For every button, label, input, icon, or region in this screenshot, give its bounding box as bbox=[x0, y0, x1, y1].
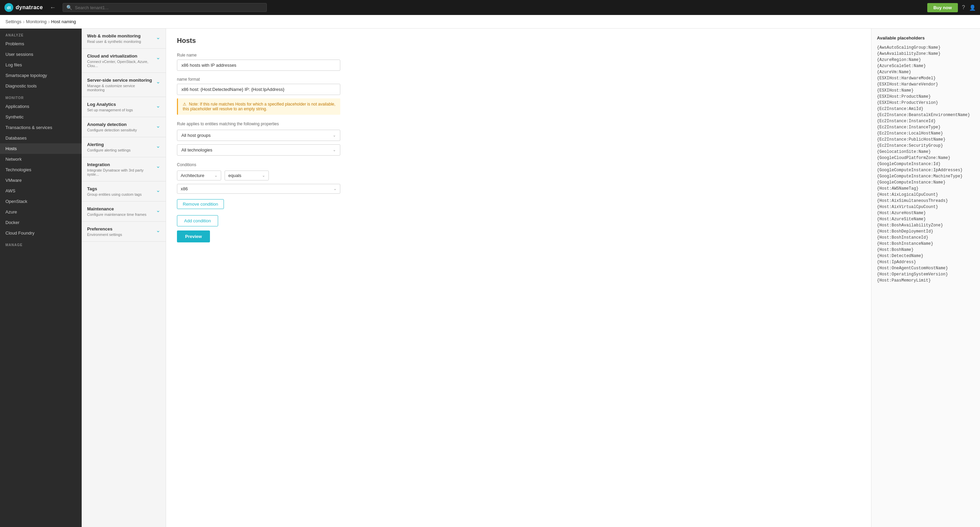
back-button[interactable]: ← bbox=[47, 3, 59, 13]
condition-row: Architecture ⌄ equals ⌄ bbox=[177, 170, 860, 180]
settings-server-side[interactable]: Server-side service monitoring Manage & … bbox=[82, 73, 166, 97]
placeholder-item: {GoogleCloudPlatformZone:Name} bbox=[877, 155, 975, 161]
sidebar-item-synthetic[interactable]: Synthetic bbox=[0, 111, 82, 122]
sidebar-item-technologies[interactable]: Technologies bbox=[0, 164, 82, 175]
search-input[interactable] bbox=[75, 5, 263, 10]
sidebar-item-problems[interactable]: Problems bbox=[0, 38, 82, 49]
settings-integration-title: Integration bbox=[87, 162, 153, 167]
add-condition-button[interactable]: Add condition bbox=[177, 215, 218, 226]
applies-label: Rule applies to entities matching the fo… bbox=[177, 121, 860, 126]
sidebar-item-azure[interactable]: Azure bbox=[0, 207, 82, 217]
condition-operator-value: equals bbox=[228, 173, 241, 178]
chevron-down-icon-3: ⌄ bbox=[156, 78, 160, 85]
settings-cloud-title: Cloud and virtualization bbox=[87, 53, 153, 59]
placeholder-item: {Host:BoshInstanceName} bbox=[877, 241, 975, 247]
condition-value-dropdown[interactable]: x86 ⌄ bbox=[177, 184, 340, 194]
condition-type-dropdown[interactable]: Architecture ⌄ bbox=[177, 170, 221, 180]
placeholder-item: {GoogleComputeInstance:Id} bbox=[877, 161, 975, 167]
settings-integration[interactable]: Integration Integrate Dynatrace with 3rd… bbox=[82, 157, 166, 182]
settings-preferences[interactable]: Preferences Environment settings ⌄ bbox=[82, 221, 166, 242]
placeholder-item: {Ec2Instance:InstanceId} bbox=[877, 118, 975, 124]
right-panel-placeholders: Available placeholders {AwsAutoScalingGr… bbox=[871, 29, 980, 527]
sidebar-item-aws[interactable]: AWS bbox=[0, 186, 82, 196]
placeholder-item: {Ec2Instance:LocalHostName} bbox=[877, 131, 975, 137]
settings-preferences-title: Preferences bbox=[87, 226, 153, 231]
settings-alerting[interactable]: Alerting Configure alerting settings ⌄ bbox=[82, 137, 166, 157]
sidebar-item-network[interactable]: Network bbox=[0, 154, 82, 164]
settings-web-mobile[interactable]: Web & mobile monitoring Real user & synt… bbox=[82, 29, 166, 49]
placeholder-item: {Host:BoshDeploymentId} bbox=[877, 228, 975, 234]
sidebar-item-docker[interactable]: Docker bbox=[0, 217, 82, 228]
settings-cloud-desc: Connect vCenter, OpenStack, Azure, Clou.… bbox=[87, 60, 153, 68]
sidebar-item-user-sessions[interactable]: User sessions bbox=[0, 49, 82, 60]
host-groups-value: All host groups bbox=[181, 133, 211, 138]
preview-button[interactable]: Preview bbox=[177, 231, 210, 242]
placeholder-item: {GoogleComputeInstance:IpAddresses} bbox=[877, 167, 975, 173]
breadcrumb-settings[interactable]: Settings bbox=[5, 19, 21, 24]
top-navigation: dt dynatrace ← 🔍 Buy now ? 👤 bbox=[0, 0, 980, 15]
placeholder-item: {Host:OneAgentCustomHostName} bbox=[877, 265, 975, 271]
sidebar-item-databases[interactable]: Databases bbox=[0, 133, 82, 143]
search-icon: 🔍 bbox=[66, 5, 72, 10]
settings-tags[interactable]: Tags Group entities using custom tags ⌄ bbox=[82, 182, 166, 202]
name-format-input[interactable] bbox=[177, 84, 340, 95]
sidebar-item-transactions-services[interactable]: Transactions & services bbox=[0, 122, 82, 133]
sidebar-item-cloud-foundry[interactable]: Cloud Foundry bbox=[0, 228, 82, 238]
svg-text:dt: dt bbox=[7, 5, 11, 10]
chevron-down-icon-10: ⌄ bbox=[156, 227, 160, 234]
breadcrumb: Settings › Monitoring › Host naming bbox=[0, 15, 980, 29]
monitor-section-label: Monitor bbox=[0, 91, 82, 101]
settings-cloud-virtualization[interactable]: Cloud and virtualization Connect vCenter… bbox=[82, 49, 166, 73]
dynatrace-logo-icon: dt bbox=[4, 3, 14, 12]
placeholder-item: {AzureScaleSet:Name} bbox=[877, 63, 975, 69]
placeholder-item: {Host:BoshInstanceId} bbox=[877, 234, 975, 241]
search-bar[interactable]: 🔍 bbox=[63, 3, 267, 12]
breadcrumb-monitoring[interactable]: Monitoring bbox=[26, 19, 47, 24]
settings-alerting-desc: Configure alerting settings bbox=[87, 148, 153, 152]
warning-icon: ⚠ bbox=[183, 102, 186, 107]
settings-anomaly-detection[interactable]: Anomaly detection Configure detection se… bbox=[82, 117, 166, 137]
chevron-down-icon-2: ⌄ bbox=[156, 54, 160, 61]
placeholder-item: {ESXIHost:HardwareModel} bbox=[877, 75, 975, 81]
chevron-down-icon-6: ⌄ bbox=[156, 143, 160, 149]
settings-maintenance[interactable]: Maintenance Configure maintenance time f… bbox=[82, 202, 166, 221]
sidebar-item-log-files[interactable]: Log files bbox=[0, 60, 82, 70]
placeholder-item: {ESXIHost:Name} bbox=[877, 88, 975, 94]
nav-right: Buy now ? 👤 bbox=[927, 3, 976, 12]
page-title: Hosts bbox=[177, 37, 860, 45]
settings-log-analytics[interactable]: Log Analytics Set up management of logs … bbox=[82, 97, 166, 117]
technologies-dropdown[interactable]: All technologies ⌄ bbox=[177, 144, 340, 156]
chevron-down-icon-condition-operator: ⌄ bbox=[262, 173, 265, 178]
placeholders-title: Available placeholders bbox=[877, 35, 975, 40]
sidebar-item-vmware[interactable]: VMware bbox=[0, 175, 82, 186]
help-icon[interactable]: ? bbox=[962, 5, 965, 11]
remove-condition-button[interactable]: Remove condition bbox=[177, 199, 224, 209]
settings-tags-title: Tags bbox=[87, 186, 153, 191]
breadcrumb-sep-1: › bbox=[23, 19, 24, 25]
condition-operator-dropdown[interactable]: equals ⌄ bbox=[224, 170, 269, 180]
sidebar-item-openstack[interactable]: OpenStack bbox=[0, 196, 82, 207]
placeholder-item: {AwsAutoScalingGroup:Name} bbox=[877, 45, 975, 51]
placeholder-item: {Host:AixSimultaneousThreads} bbox=[877, 198, 975, 204]
chevron-down-icon-9: ⌄ bbox=[156, 207, 160, 213]
chevron-down-icon-condition-type: ⌄ bbox=[215, 173, 218, 178]
sidebar-item-hosts[interactable]: Hosts bbox=[0, 143, 82, 154]
user-icon[interactable]: 👤 bbox=[969, 5, 976, 11]
main-layout: Analyze Problems User sessions Log files… bbox=[0, 29, 980, 527]
settings-log-desc: Set up management of logs bbox=[87, 108, 153, 112]
settings-server-desc: Manage & customize service monitoring bbox=[87, 84, 153, 92]
chevron-down-icon-7: ⌄ bbox=[156, 163, 160, 169]
sidebar-item-smartscape-topology[interactable]: Smartscape topology bbox=[0, 70, 82, 81]
sidebar-item-diagnostic-tools[interactable]: Diagnostic tools bbox=[0, 81, 82, 91]
buy-now-button[interactable]: Buy now bbox=[927, 3, 958, 12]
sidebar-item-applications[interactable]: Applications bbox=[0, 101, 82, 111]
rule-name-input[interactable] bbox=[177, 60, 340, 71]
breadcrumb-host-naming[interactable]: Host naming bbox=[51, 19, 76, 24]
host-groups-dropdown[interactable]: All host groups ⌄ bbox=[177, 130, 340, 141]
placeholder-item: {ESXIHost:ProductVersion} bbox=[877, 100, 975, 106]
placeholder-item: {AzureVm:Name} bbox=[877, 69, 975, 75]
placeholder-item: {Ec2Instance:BeanstalkEnvironmentName} bbox=[877, 112, 975, 118]
settings-maintenance-title: Maintenance bbox=[87, 206, 153, 212]
condition-value-text: x86 bbox=[181, 186, 188, 191]
warning-text: Note: If this rule matches Hosts for whi… bbox=[183, 102, 336, 111]
